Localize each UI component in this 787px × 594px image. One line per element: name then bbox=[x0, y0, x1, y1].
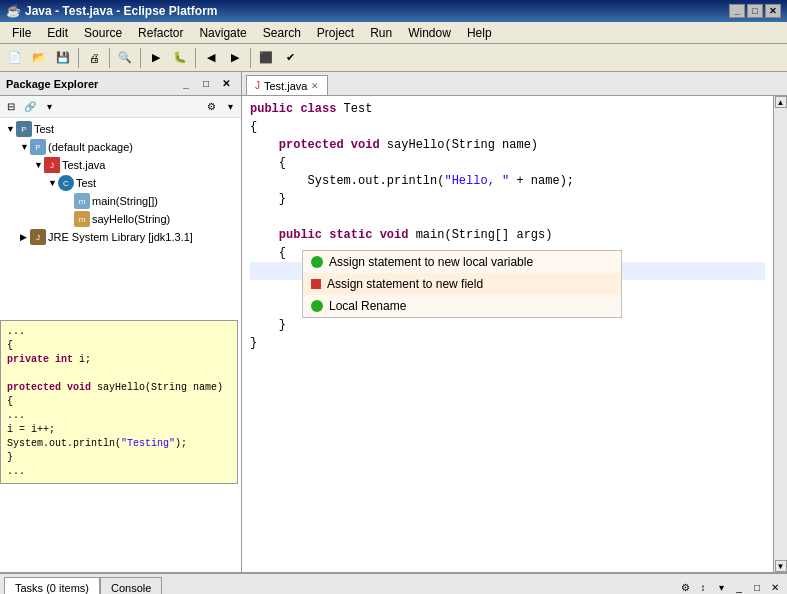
tree-label-test: Test bbox=[34, 123, 54, 135]
tasks-tab[interactable]: Tasks (0 items) bbox=[4, 577, 100, 594]
menu-edit[interactable]: Edit bbox=[39, 24, 76, 42]
tasks-filter-button[interactable]: ⚙ bbox=[677, 579, 693, 594]
code-line-1: public class Test bbox=[250, 100, 765, 118]
pkg-toolbar: ⊟ 🔗 ▾ ⚙ ▾ bbox=[0, 96, 241, 118]
expand-arrow-test-java[interactable]: ▼ bbox=[34, 160, 44, 170]
tree-item-main[interactable]: m main(String[]) bbox=[2, 192, 239, 210]
save-button[interactable]: 💾 bbox=[52, 47, 74, 69]
run-button[interactable]: ▶ bbox=[145, 47, 167, 69]
qa-label-new-field: Assign statement to new field bbox=[327, 277, 483, 291]
sep2 bbox=[109, 48, 110, 68]
code-line-4: { bbox=[250, 154, 765, 172]
menu-source[interactable]: Source bbox=[76, 24, 130, 42]
quick-assist-popup: Assign statement to new local variable A… bbox=[302, 250, 622, 318]
qa-item-new-field[interactable]: Assign statement to new field bbox=[303, 273, 621, 295]
forward-button[interactable]: ▶ bbox=[224, 47, 246, 69]
qa-label-local-rename: Local Rename bbox=[329, 299, 406, 313]
editor-tabs: J Test.java ✕ bbox=[242, 72, 787, 96]
tree-item-default-package[interactable]: ▼ P (default package) bbox=[2, 138, 239, 156]
tree-label-main: main(String[]) bbox=[92, 195, 158, 207]
back-button[interactable]: ◀ bbox=[200, 47, 222, 69]
console-button[interactable]: ⬛ bbox=[255, 47, 277, 69]
menu-refactor[interactable]: Refactor bbox=[130, 24, 191, 42]
scroll-up-button[interactable]: ▲ bbox=[775, 96, 787, 108]
menu-navigate[interactable]: Navigate bbox=[191, 24, 254, 42]
code-line-7 bbox=[250, 208, 765, 226]
tree-item-test-java[interactable]: ▼ J Test.java bbox=[2, 156, 239, 174]
scroll-down-button[interactable]: ▼ bbox=[775, 560, 787, 572]
menu-file[interactable]: File bbox=[4, 24, 39, 42]
pkg-menu-button[interactable]: ▾ bbox=[40, 98, 58, 116]
left-panel: Package Explorer _ □ ✕ ⊟ 🔗 ▾ ⚙ ▾ ▼ P Tes… bbox=[0, 72, 242, 572]
bottom-tabs-left: Tasks (0 items) Console bbox=[4, 577, 162, 594]
tasks-close-button[interactable]: ✕ bbox=[767, 579, 783, 594]
pkg-settings-button[interactable]: ⚙ bbox=[202, 98, 220, 116]
bottom-tabs-bar: Tasks (0 items) Console ⚙ ↕ ▾ _ □ ✕ bbox=[0, 574, 787, 594]
tooltip-line11: ... bbox=[7, 465, 231, 479]
sep1 bbox=[78, 48, 79, 68]
menu-run[interactable]: Run bbox=[362, 24, 400, 42]
minimize-button[interactable]: _ bbox=[729, 4, 745, 18]
jre-icon: J bbox=[30, 229, 46, 245]
debug-button[interactable]: 🐛 bbox=[169, 47, 191, 69]
sep3 bbox=[140, 48, 141, 68]
right-panel: J Test.java ✕ public class Test { protec… bbox=[242, 72, 787, 572]
tree-item-say-hello[interactable]: m sayHello(String) bbox=[2, 210, 239, 228]
tree-label-jre: JRE System Library [jdk1.3.1] bbox=[48, 231, 193, 243]
qa-item-local-rename[interactable]: Local Rename bbox=[303, 295, 621, 317]
menu-search[interactable]: Search bbox=[255, 24, 309, 42]
menu-project[interactable]: Project bbox=[309, 24, 362, 42]
maximize-button[interactable]: □ bbox=[747, 4, 763, 18]
expand-arrow-jre[interactable]: ▶ bbox=[20, 232, 30, 242]
editor-tab-test-java[interactable]: J Test.java ✕ bbox=[246, 75, 328, 95]
tree-item-test-project[interactable]: ▼ P Test bbox=[2, 120, 239, 138]
arrow-main bbox=[64, 196, 74, 206]
sep4 bbox=[195, 48, 196, 68]
bottom-area: Tasks (0 items) Console ⚙ ↕ ▾ _ □ ✕ ✓ ! … bbox=[0, 572, 787, 594]
tooltip-line5: protected void sayHello(String name) bbox=[7, 381, 231, 395]
editor-scrollbar[interactable]: ▲ ▼ bbox=[773, 96, 787, 572]
expand-arrow-test-class[interactable]: ▼ bbox=[48, 178, 58, 188]
tab-close-button[interactable]: ✕ bbox=[311, 81, 319, 91]
tab-java-icon: J bbox=[255, 80, 260, 91]
tooltip-line2: { bbox=[7, 339, 231, 353]
search-toolbar-button[interactable]: 🔍 bbox=[114, 47, 136, 69]
code-editor[interactable]: public class Test { protected void sayHe… bbox=[242, 96, 773, 572]
titlebar-controls[interactable]: _ □ ✕ bbox=[729, 4, 781, 18]
tooltip-line4 bbox=[7, 367, 231, 381]
tooltip-line6: { bbox=[7, 395, 231, 409]
tasks-tab-label: Tasks (0 items) bbox=[15, 582, 89, 594]
qa-item-local-var[interactable]: Assign statement to new local variable bbox=[303, 251, 621, 273]
tasks-minimize-button[interactable]: _ bbox=[731, 579, 747, 594]
tasks-maximize-button[interactable]: □ bbox=[749, 579, 765, 594]
code-line-5: System.out.println("Hello, " + name); bbox=[250, 172, 765, 190]
tree-label-test-class: Test bbox=[76, 177, 96, 189]
tasks-more-button[interactable]: ▾ bbox=[713, 579, 729, 594]
print-button[interactable]: 🖨 bbox=[83, 47, 105, 69]
link-editor-button[interactable]: 🔗 bbox=[21, 98, 39, 116]
tasks-button[interactable]: ✔ bbox=[279, 47, 301, 69]
tree-item-test-class[interactable]: ▼ C Test bbox=[2, 174, 239, 192]
close-view-button[interactable]: ✕ bbox=[217, 75, 235, 93]
tree-item-jre[interactable]: ▶ J JRE System Library [jdk1.3.1] bbox=[2, 228, 239, 246]
maximize-view-button[interactable]: □ bbox=[197, 75, 215, 93]
pkg-more-button[interactable]: ▾ bbox=[221, 98, 239, 116]
code-line-6: } bbox=[250, 190, 765, 208]
window-title: Java - Test.java - Eclipse Platform bbox=[25, 4, 218, 18]
package-icon: P bbox=[30, 139, 46, 155]
console-tab[interactable]: Console bbox=[100, 577, 162, 594]
expand-arrow-test[interactable]: ▼ bbox=[6, 124, 16, 134]
menu-help[interactable]: Help bbox=[459, 24, 500, 42]
close-button[interactable]: ✕ bbox=[765, 4, 781, 18]
collapse-all-button[interactable]: ⊟ bbox=[2, 98, 20, 116]
package-explorer-header: Package Explorer _ □ ✕ bbox=[0, 72, 241, 96]
tasks-sort-button[interactable]: ↕ bbox=[695, 579, 711, 594]
method-icon-say-hello: m bbox=[74, 211, 90, 227]
tooltip-line10: } bbox=[7, 451, 231, 465]
open-button[interactable]: 📂 bbox=[28, 47, 50, 69]
menu-window[interactable]: Window bbox=[400, 24, 459, 42]
new-button[interactable]: 📄 bbox=[4, 47, 26, 69]
expand-arrow-default-pkg[interactable]: ▼ bbox=[20, 142, 30, 152]
code-line-8: public static void main(String[] args) bbox=[250, 226, 765, 244]
minimize-view-button[interactable]: _ bbox=[177, 75, 195, 93]
